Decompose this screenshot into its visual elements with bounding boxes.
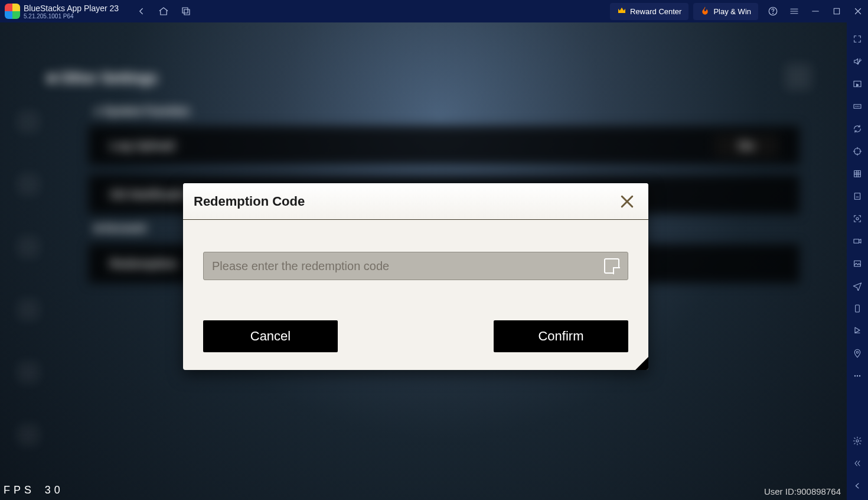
confirm-button[interactable]: Confirm [494,320,628,352]
cancel-button[interactable]: Cancel [203,320,338,352]
flame-icon [700,6,710,17]
keymap-icon[interactable] [851,100,863,112]
rotate-icon[interactable] [851,303,863,314]
volume-icon[interactable] [851,56,863,67]
more-icon[interactable] [851,370,863,382]
titlebar: BlueStacks App Player 23 5.21.205.1001 P… [0,0,868,22]
svg-rect-1 [184,9,190,15]
scan-icon[interactable] [851,213,863,225]
crown-icon [617,6,626,17]
hamburger-icon[interactable] [788,5,801,18]
svg-point-18 [856,440,859,442]
paste-icon[interactable] [604,258,619,274]
shake-icon[interactable] [851,325,863,337]
modal-body: Please enter the redemption code [183,220,648,288]
play-win-label: Play & Win [713,7,751,16]
close-window-icon[interactable] [851,5,864,18]
maximize-icon[interactable] [830,5,843,18]
modal-actions: Cancel Confirm [183,288,648,370]
settings-section-label: System Function [94,105,190,118]
bluestacks-logo-icon [5,4,20,19]
svg-rect-12 [854,261,861,266]
user-id: User ID:900898764 [764,486,841,496]
sync-icon[interactable] [851,123,863,135]
settings-gear-icon[interactable] [851,435,863,447]
svg-rect-4 [834,8,839,14]
location-icon[interactable] [851,348,863,359]
collapse-icon[interactable] [851,457,863,469]
settings-close-icon [785,64,811,90]
svg-point-14 [856,351,858,353]
window-controls [766,5,864,18]
reward-center-button[interactable]: Reward Center [610,3,688,20]
svg-rect-11 [854,239,859,243]
settings-subsection-label: Account [94,222,146,235]
minimize-icon[interactable] [809,5,822,18]
svg-rect-13 [856,305,860,312]
target-icon[interactable] [851,145,863,157]
fps-counter: FPS 30 [4,483,64,496]
app-version: 5.21.205.1001 P64 [24,13,119,20]
settings-left-icons [18,111,39,446]
back-sidebar-icon[interactable] [851,480,863,492]
right-sidebar [847,22,868,500]
record-icon[interactable] [851,235,863,247]
modal-corner-decoration [635,357,648,370]
svg-rect-9 [854,193,860,200]
svg-point-10 [856,217,859,220]
apk-icon[interactable] [851,190,863,202]
help-icon[interactable] [766,5,779,18]
macro-icon[interactable] [851,168,863,180]
modal-title: Redemption Code [194,194,305,209]
reward-center-label: Reward Center [630,7,681,16]
back-icon[interactable] [135,5,147,17]
redemption-code-input[interactable]: Please enter the redemption code [203,252,628,280]
settings-title: Other Settings [47,70,158,86]
cast-icon[interactable] [851,78,863,90]
fullscreen-icon[interactable] [851,33,863,45]
svg-point-17 [859,375,860,376]
game-viewport: Other Settings System Function Log Uploa… [0,22,847,500]
redemption-modal: Redemption Code Please enter the redempt… [183,183,648,370]
svg-point-3 [773,13,774,14]
modal-close-button[interactable] [618,192,637,211]
airplane-icon[interactable] [851,280,863,292]
home-icon[interactable] [158,5,169,17]
modal-header: Redemption Code [183,183,648,220]
svg-point-16 [857,375,858,376]
svg-rect-0 [182,8,188,13]
settings-row-log-upload: Log Upload Go [89,126,800,165]
svg-point-15 [854,375,856,376]
app-name: BlueStacks App Player 23 [24,4,119,13]
play-win-button[interactable]: Play & Win [693,3,758,20]
image-icon[interactable] [851,258,863,270]
redemption-code-placeholder: Please enter the redemption code [212,259,604,273]
titlebar-text: BlueStacks App Player 23 5.21.205.1001 P… [24,4,119,20]
svg-rect-8 [854,171,861,177]
titlebar-nav [135,5,192,17]
recents-icon[interactable] [180,5,192,17]
